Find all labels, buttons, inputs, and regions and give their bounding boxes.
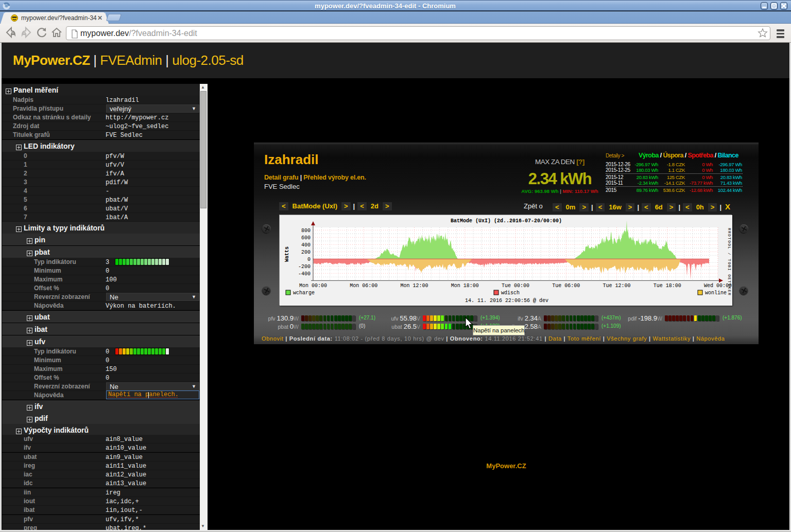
svg-text:Mon 06:00: Mon 06:00 (350, 283, 377, 289)
svg-text:Tue 06:00: Tue 06:00 (552, 283, 580, 289)
svg-text:-400: -400 (298, 271, 311, 277)
svg-text:0: 0 (307, 257, 311, 262)
svg-text:RRDTOOL / TOBI OETIKER: RRDTOOL / TOBI OETIKER (727, 228, 732, 296)
svg-text:400: 400 (301, 242, 311, 248)
svg-text:Mon 12:00: Mon 12:00 (400, 283, 428, 289)
svg-text:200: 200 (301, 250, 311, 255)
svg-text:14. 11. 2016 22:00:56 @ dev: 14. 11. 2016 22:00:56 @ dev (465, 298, 548, 304)
svg-text:wonline: wonline (705, 290, 727, 296)
svg-text:600: 600 (301, 235, 311, 241)
svg-text:Tue 18:00: Tue 18:00 (654, 283, 681, 289)
svg-text:-200: -200 (298, 264, 311, 270)
svg-text:BatMode (UxI) (2d..2016-07-20/: BatMode (UxI) (2d..2016-07-20/00:00) (451, 218, 562, 224)
svg-text:wcharge: wcharge (293, 290, 315, 296)
svg-text:800: 800 (301, 228, 311, 234)
svg-text:Mon 00:00: Mon 00:00 (299, 283, 327, 289)
svg-text:wdisch: wdisch (501, 290, 520, 296)
svg-text:Mon 18:00: Mon 18:00 (451, 283, 479, 289)
svg-text:Tue 00:00: Tue 00:00 (502, 283, 529, 289)
svg-text:Tue 12:00: Tue 12:00 (603, 283, 630, 289)
svg-text:Watts: Watts (284, 246, 290, 262)
